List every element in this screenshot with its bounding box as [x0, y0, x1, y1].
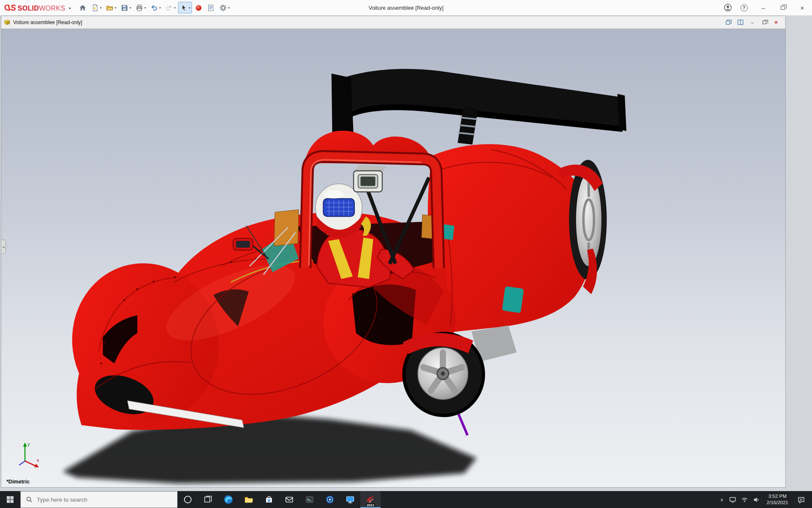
new-document-button[interactable]: ▾: [89, 2, 103, 14]
store-icon: [264, 494, 274, 505]
taskbar-app-monitor[interactable]: [340, 491, 360, 508]
save-button[interactable]: ▾: [119, 2, 133, 14]
taskbar-app-edge[interactable]: [218, 491, 239, 508]
system-tray: ∧ 3:52 PM 2/16/2021: [717, 491, 812, 508]
close-icon: ×: [774, 19, 778, 25]
chevron-down-icon[interactable]: ▾: [159, 6, 161, 10]
redo-button[interactable]: ▾: [163, 2, 177, 14]
window-tile-icon: [738, 19, 743, 25]
restore-button[interactable]: [773, 0, 793, 15]
task-view-button[interactable]: [198, 491, 218, 508]
monitor-icon: [345, 494, 355, 505]
minimize-icon: –: [762, 4, 765, 11]
minimize-button[interactable]: –: [754, 0, 773, 15]
open-button[interactable]: ▾: [104, 2, 118, 14]
cockpit-panel-left: [274, 210, 299, 246]
start-button[interactable]: [0, 491, 20, 508]
document-titlebar: Voiture assemblee [Read-only] – ×: [1, 16, 785, 29]
taskbar-app-solidworks[interactable]: 2021: [360, 491, 381, 508]
ds-logo: D: [4, 3, 10, 13]
help-button[interactable]: ?: [738, 1, 750, 14]
brand-works: WORKS: [39, 5, 65, 12]
rear-wing: [332, 69, 626, 145]
race-car-model[interactable]: [1, 29, 785, 487]
chevron-up-icon: ∧: [720, 497, 724, 502]
display-icon: [729, 496, 736, 503]
chevron-down-icon[interactable]: ▾: [228, 6, 230, 10]
search-input[interactable]: [37, 497, 172, 503]
chevron-down-icon[interactable]: ▾: [144, 6, 146, 10]
undo-icon: [150, 4, 158, 12]
solidworks-version-badge: 2021: [366, 503, 375, 507]
new-window-button[interactable]: [724, 18, 734, 27]
app-titlebar: D S SOLID WORKS ▸ ▾ ▾ ▾ ▾: [0, 0, 812, 16]
file-properties-button[interactable]: [205, 2, 217, 14]
menu-flyout-arrow-icon[interactable]: ▸: [65, 6, 77, 10]
collapse-arrow-icon: ◂: [3, 245, 4, 249]
account-button[interactable]: [721, 1, 734, 14]
print-icon: [135, 4, 143, 12]
chevron-down-icon[interactable]: ▾: [100, 6, 102, 10]
taskbar-app-mail[interactable]: [279, 491, 299, 508]
taskbar-clock[interactable]: 3:52 PM 2/16/2021: [763, 493, 793, 506]
new-document-icon: [91, 4, 99, 12]
user-icon: [724, 3, 732, 12]
window-stack-icon: [726, 19, 732, 25]
chevron-down-icon[interactable]: ▾: [129, 6, 131, 10]
document-window-controls: – ×: [724, 18, 784, 27]
help-icon: ?: [741, 4, 748, 11]
panel-collapse-tab[interactable]: ◂: [1, 240, 6, 254]
chevron-down-icon[interactable]: ▾: [115, 6, 116, 10]
home-button[interactable]: [77, 2, 88, 14]
appearance-sphere-icon: [195, 4, 203, 12]
brand-solid: SOLID: [18, 5, 39, 12]
tile-window-button[interactable]: [735, 18, 746, 27]
close-button[interactable]: ×: [793, 0, 812, 15]
taskbar-app-terminal[interactable]: [299, 491, 320, 508]
select-arrow-icon: [180, 4, 188, 12]
quick-access-toolbar: ▾ ▾ ▾ ▾ ▾ ▾ ▾: [77, 2, 231, 14]
media-player-icon: [325, 494, 335, 505]
options-button[interactable]: ▾: [217, 2, 231, 14]
work-area: Voiture assemblee [Read-only] – ×: [0, 16, 812, 491]
options-gear-icon: [219, 4, 227, 12]
windows-logo-icon: [6, 496, 14, 503]
doc-restore-button[interactable]: [759, 18, 769, 27]
tray-expand-button[interactable]: ∧: [717, 497, 727, 502]
save-icon: [121, 4, 129, 12]
open-folder-icon: [106, 4, 114, 12]
home-icon: [79, 4, 87, 12]
task-view-icon: [203, 494, 213, 505]
taskbar-app-file-explorer[interactable]: [239, 491, 259, 508]
volume-icon: [753, 496, 760, 503]
chevron-down-icon[interactable]: ▾: [174, 6, 176, 10]
cortana-button[interactable]: [178, 491, 198, 508]
clock-time: 3:52 PM: [767, 493, 788, 500]
taskbar-search[interactable]: [20, 491, 178, 508]
volume-tray-button[interactable]: [751, 496, 763, 503]
solidworks-window: D S SOLID WORKS ▸ ▾ ▾ ▾ ▾: [0, 0, 812, 508]
cortana-icon: [183, 494, 193, 505]
intake-box: [354, 165, 386, 192]
taskbar-app-media-player[interactable]: [320, 491, 340, 508]
graphics-viewport[interactable]: y x *Dimetric ◂: [1, 29, 785, 487]
solidworks-logo: D S SOLID WORKS: [0, 3, 65, 13]
action-center-button[interactable]: [793, 496, 809, 504]
appearance-button[interactable]: [193, 2, 204, 14]
titlebar-right: ? – ×: [721, 0, 812, 15]
display-tray-button[interactable]: [727, 496, 739, 503]
print-button[interactable]: ▾: [134, 2, 148, 14]
taskbar-app-store[interactable]: [259, 491, 279, 508]
file-properties-icon: [207, 4, 215, 12]
doc-close-button[interactable]: ×: [771, 18, 781, 27]
search-icon: [26, 496, 33, 503]
terminal-icon: [304, 494, 315, 505]
select-button[interactable]: ▾: [178, 2, 192, 14]
chevron-down-icon[interactable]: ▾: [189, 6, 190, 10]
network-tray-button[interactable]: [739, 496, 751, 503]
assembly-document-icon: [4, 19, 11, 26]
doc-minimize-button[interactable]: –: [747, 18, 757, 27]
undo-button[interactable]: ▾: [148, 2, 162, 14]
action-center-icon: [797, 496, 805, 504]
minimize-icon: –: [751, 20, 754, 25]
